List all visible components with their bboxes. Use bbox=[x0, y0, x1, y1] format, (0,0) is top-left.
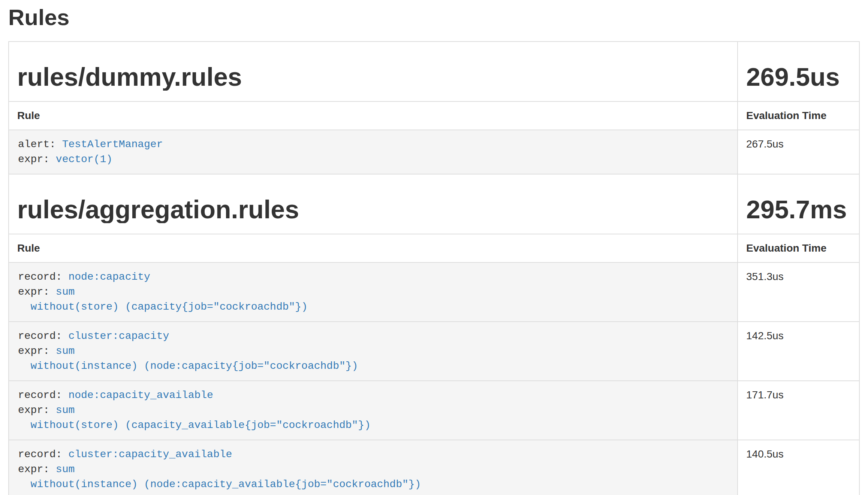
rule-code: record: cluster:capacity expr: sum witho… bbox=[9, 322, 737, 380]
rule-cell: alert: TestAlertManager expr: vector(1) bbox=[9, 130, 738, 174]
group-name-cell: rules/aggregation.rules bbox=[9, 174, 738, 234]
rule-row: record: node:capacity_available expr: su… bbox=[9, 381, 859, 440]
rule-column-header: Rule bbox=[9, 234, 738, 262]
rule-keyword: record: bbox=[18, 389, 68, 401]
rules-table: rules/dummy.rules 269.5us Rule Evaluatio… bbox=[8, 41, 860, 495]
rule-link[interactable]: sum without(instance) (node:capacity_ava… bbox=[18, 464, 421, 490]
rule-keyword: record: bbox=[18, 449, 68, 460]
rule-link[interactable]: node:capacity bbox=[68, 271, 150, 283]
group-name-cell: rules/dummy.rules bbox=[9, 42, 738, 101]
rule-row: record: cluster:capacity expr: sum witho… bbox=[9, 322, 859, 381]
rule-keyword: expr: bbox=[18, 404, 56, 416]
rule-code: alert: TestAlertManager expr: vector(1) bbox=[9, 130, 737, 174]
eval-time-cell: 351.3us bbox=[738, 262, 859, 322]
rule-link[interactable]: cluster:capacity_available bbox=[68, 449, 232, 460]
rule-cell: record: node:capacity_available expr: su… bbox=[9, 381, 738, 440]
rule-keyword: expr: bbox=[18, 345, 56, 357]
column-header-row: Rule Evaluation Time bbox=[9, 234, 859, 262]
rule-keyword: expr: bbox=[18, 154, 56, 165]
rule-keyword: alert: bbox=[18, 139, 62, 150]
rule-row: alert: TestAlertManager expr: vector(1) … bbox=[9, 130, 859, 174]
rule-cell: record: cluster:capacity expr: sum witho… bbox=[9, 322, 738, 381]
group-name: rules/aggregation.rules bbox=[17, 195, 729, 223]
column-header-row: Rule Evaluation Time bbox=[9, 101, 859, 130]
rules-table-body: rules/dummy.rules 269.5us Rule Evaluatio… bbox=[9, 42, 859, 495]
rule-link[interactable]: sum without(store) (capacity{job="cockro… bbox=[18, 286, 308, 313]
rule-column-header: Rule bbox=[9, 101, 738, 130]
group-eval-time-cell: 295.7ms bbox=[738, 174, 859, 234]
rule-keyword: expr: bbox=[18, 464, 56, 475]
rule-code: record: node:capacity_available expr: su… bbox=[9, 381, 737, 440]
rule-cell: record: cluster:capacity_available expr:… bbox=[9, 440, 738, 495]
rule-keyword: record: bbox=[18, 330, 68, 342]
rule-link[interactable]: TestAlertManager bbox=[62, 139, 163, 150]
rule-link[interactable]: sum without(store) (capacity_available{j… bbox=[18, 404, 371, 431]
rule-cell: record: node:capacity expr: sum without(… bbox=[9, 262, 738, 322]
rule-keyword: record: bbox=[18, 271, 68, 283]
eval-time-cell: 171.7us bbox=[738, 381, 859, 440]
rule-link[interactable]: node:capacity_available bbox=[68, 389, 213, 401]
rule-row: record: node:capacity expr: sum without(… bbox=[9, 262, 859, 322]
eval-time-cell: 140.5us bbox=[738, 440, 859, 495]
rules-page: Rules rules/dummy.rules 269.5us Rule Eva… bbox=[8, 5, 860, 495]
group-name: rules/dummy.rules bbox=[17, 63, 729, 91]
rule-keyword: expr: bbox=[18, 286, 56, 298]
rule-link[interactable]: cluster:capacity bbox=[68, 330, 169, 342]
rule-row: record: cluster:capacity_available expr:… bbox=[9, 440, 859, 495]
page-title: Rules bbox=[8, 5, 860, 30]
rule-code: record: node:capacity expr: sum without(… bbox=[9, 263, 737, 321]
group-header-row: rules/aggregation.rules 295.7ms bbox=[9, 174, 859, 234]
rule-code: record: cluster:capacity_available expr:… bbox=[9, 440, 737, 495]
group-eval-time-cell: 269.5us bbox=[738, 42, 859, 101]
group-eval-time: 269.5us bbox=[746, 63, 851, 91]
eval-time-cell: 142.5us bbox=[738, 322, 859, 381]
eval-column-header: Evaluation Time bbox=[738, 234, 859, 262]
group-eval-time: 295.7ms bbox=[746, 195, 851, 223]
eval-time-cell: 267.5us bbox=[738, 130, 859, 174]
group-header-row: rules/dummy.rules 269.5us bbox=[9, 42, 859, 101]
rule-link[interactable]: sum without(instance) (node:capacity{job… bbox=[18, 345, 358, 372]
rule-link[interactable]: vector(1) bbox=[56, 154, 112, 165]
eval-column-header: Evaluation Time bbox=[738, 101, 859, 130]
